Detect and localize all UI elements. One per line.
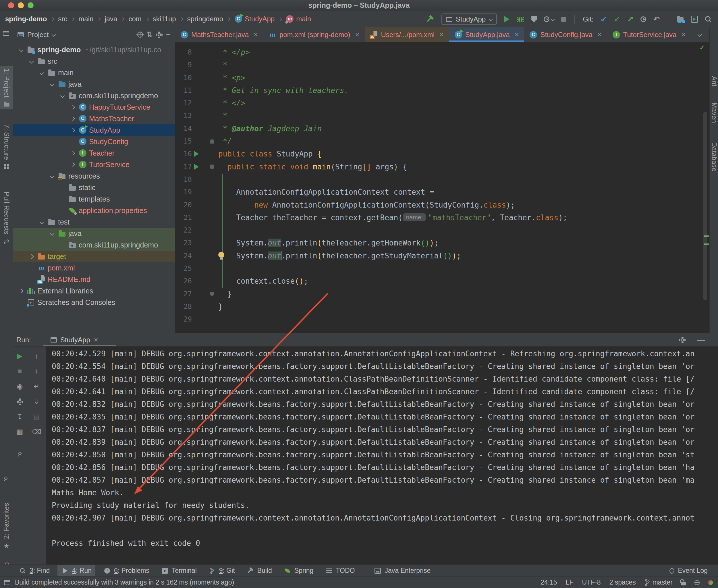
- fold-marker-icon[interactable]: [210, 292, 214, 296]
- console-output[interactable]: 00:20:42.529 [main] DEBUG org.springfram…: [46, 346, 718, 564]
- thread-dump-button[interactable]: ◉: [14, 381, 25, 392]
- chevron-down-icon[interactable]: [39, 70, 44, 75]
- run-gutter-icon[interactable]: [194, 164, 199, 170]
- tab-list-button[interactable]: [698, 33, 702, 37]
- collapse-all-button[interactable]: ⇅: [146, 30, 153, 39]
- code-line[interactable]: Teacher theTeacher = context.getBean(nam…: [218, 211, 710, 224]
- coverage-button[interactable]: [531, 16, 537, 22]
- editor-tab[interactable]: ITutorService.java✕: [607, 27, 691, 42]
- code-editor[interactable]: 8910111213141516171819202122232425262728…: [175, 42, 710, 333]
- code-line[interactable]: */: [218, 135, 710, 148]
- chevron-right-icon[interactable]: [29, 254, 34, 259]
- tree-item[interactable]: target: [13, 251, 175, 262]
- code-line[interactable]: *: [218, 109, 710, 122]
- code-line[interactable]: * </>: [218, 97, 710, 109]
- editor-tab[interactable]: CMathsTeacher.java✕: [175, 27, 263, 42]
- scroll-end-button[interactable]: ⇓: [31, 396, 42, 407]
- tree-item[interactable]: application.properties: [13, 205, 175, 216]
- tree-item[interactable]: java: [13, 78, 175, 90]
- breadcrumb-item[interactable]: com: [128, 15, 141, 23]
- run-tab[interactable]: StudyApp ✕: [48, 336, 101, 344]
- tree-item[interactable]: com.ski11up.springdemo: [13, 239, 175, 251]
- build-status-message[interactable]: Build completed successfully with 3 warn…: [15, 579, 234, 586]
- panel-settings-button[interactable]: [156, 31, 163, 38]
- code-line[interactable]: context.close();: [218, 275, 710, 288]
- close-icon[interactable]: ✕: [439, 31, 444, 38]
- import-button[interactable]: ↧: [14, 411, 25, 423]
- caret-position-widget[interactable]: 24:15: [540, 579, 557, 586]
- code-line[interactable]: }: [218, 300, 710, 313]
- breadcrumb-item[interactable]: CStudyApp: [234, 15, 274, 23]
- console-settings-button[interactable]: [679, 337, 685, 343]
- tree-item[interactable]: ITeacher: [13, 147, 175, 159]
- chevron-down-icon[interactable]: [50, 231, 54, 236]
- hide-panel-button[interactable]: −: [166, 30, 170, 39]
- code-line[interactable]: }: [218, 288, 710, 300]
- editor-tab[interactable]: mpom.xml (spring-demo)✕: [263, 27, 365, 42]
- chevron-right-icon[interactable]: [70, 162, 75, 167]
- print-button[interactable]: ▤: [31, 411, 42, 423]
- code-line[interactable]: new AnnotationConfigApplicationContext(S…: [218, 199, 710, 211]
- git-commit-button[interactable]: ✓: [614, 15, 620, 24]
- git-update-button[interactable]: ↙: [600, 15, 607, 24]
- rerun-button[interactable]: ▶: [14, 350, 25, 362]
- build-hammer-icon[interactable]: [426, 15, 434, 24]
- editor-tab[interactable]: CStudyConfig.java✕: [524, 27, 607, 42]
- lock-icon[interactable]: [681, 582, 686, 585]
- tree-item[interactable]: CMathsTeacher: [13, 113, 175, 124]
- tool-window-button-java-enterprise[interactable]: EEJava Enterprise: [370, 565, 434, 576]
- chevron-right-icon[interactable]: [19, 289, 23, 293]
- code-line[interactable]: [218, 313, 710, 326]
- pin-button[interactable]: [14, 447, 25, 459]
- tool-window-button-build[interactable]: Build: [243, 565, 276, 576]
- minimize-panel-button[interactable]: —: [697, 335, 705, 344]
- chevron-down-icon[interactable]: [60, 93, 65, 98]
- changed-files-icon[interactable]: [676, 15, 684, 23]
- settings-button[interactable]: [14, 396, 25, 407]
- run-config-select[interactable]: StudyApp: [442, 14, 497, 25]
- code-line[interactable]: AnnotationConfigApplicationContext conte…: [218, 186, 710, 198]
- tool-window-button-problems[interactable]: !6: Problems: [99, 565, 153, 576]
- pin-icon[interactable]: [4, 476, 8, 480]
- chevron-down-icon[interactable]: [50, 174, 54, 178]
- tree-item[interactable]: External Libraries: [13, 285, 175, 297]
- git-branch-widget[interactable]: master: [644, 579, 673, 586]
- run-button[interactable]: [504, 16, 510, 23]
- tool-button-project[interactable]: 1: Project: [0, 66, 13, 109]
- stop-button[interactable]: [561, 17, 566, 22]
- tree-item[interactable]: templates: [13, 193, 175, 205]
- chevron-right-icon[interactable]: [70, 116, 75, 121]
- code-line[interactable]: public static void main(String[] args) {: [218, 161, 710, 173]
- code-line[interactable]: [218, 224, 710, 236]
- locate-file-button[interactable]: [137, 32, 143, 38]
- close-icon[interactable]: ✕: [94, 336, 99, 343]
- encoding-widget[interactable]: UTF-8: [582, 579, 600, 586]
- tool-button-favorites[interactable]: 2: Favorites ★: [0, 500, 13, 552]
- intention-bulb-icon[interactable]: [218, 252, 224, 258]
- rollback-button[interactable]: ↶: [653, 15, 660, 24]
- breadcrumb-item[interactable]: spring-demo: [5, 15, 47, 23]
- tree-item[interactable]: static: [13, 182, 175, 193]
- tree-item[interactable]: ITutorService: [13, 159, 175, 170]
- run-anything-button[interactable]: [691, 16, 698, 23]
- close-icon[interactable]: ✕: [597, 31, 602, 38]
- tree-item[interactable]: CHappyTutorService: [13, 101, 175, 113]
- tool-button-structure[interactable]: 7: Structure: [0, 122, 13, 171]
- search-everywhere-button[interactable]: [705, 16, 712, 23]
- tree-item[interactable]: com.ski11up.springdemo: [13, 90, 175, 101]
- editor-scrollbar[interactable]: [703, 112, 707, 300]
- editor-tab[interactable]: <>Users/.../pom.xml✕: [365, 27, 449, 42]
- tool-button-ant[interactable]: Ant: [710, 76, 718, 88]
- breadcrumb-item[interactable]: main: [78, 15, 93, 23]
- close-icon[interactable]: ✕: [253, 31, 258, 38]
- project-panel-title[interactable]: Project: [27, 31, 49, 39]
- code-line[interactable]: public class StudyApp {: [218, 148, 710, 160]
- git-push-button[interactable]: ↗: [627, 15, 634, 24]
- inspections-ok-icon[interactable]: ✓: [700, 44, 705, 51]
- chevron-down-icon[interactable]: [19, 47, 23, 52]
- globe-settings-icon[interactable]: [694, 580, 700, 585]
- chevron-down-icon[interactable]: [50, 82, 54, 86]
- chevron-right-icon[interactable]: [70, 128, 75, 132]
- code-line[interactable]: System.out.println(theTeacher.getHomeWor…: [218, 236, 710, 249]
- breadcrumb-item[interactable]: mmain: [286, 15, 311, 23]
